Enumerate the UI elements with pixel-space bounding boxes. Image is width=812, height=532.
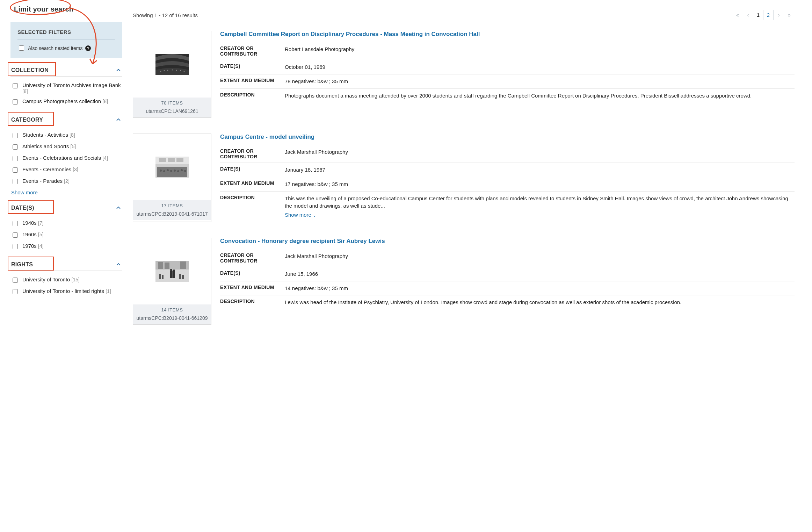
facet-item-count: [5] xyxy=(38,232,44,237)
result-title[interactable]: Campbell Committee Report on Disciplinar… xyxy=(220,31,795,38)
svg-point-14 xyxy=(160,170,162,172)
result-body: Campbell Committee Report on Disciplinar… xyxy=(220,31,795,118)
svg-rect-27 xyxy=(170,271,173,278)
facet-header[interactable]: RIGHTS xyxy=(10,259,122,271)
svg-point-20 xyxy=(181,169,183,171)
facet-checkbox[interactable] xyxy=(13,179,18,184)
thumbnail-item-count: 78 ITEMS xyxy=(135,100,209,106)
facet-item-label: Athletics and Sports [5] xyxy=(22,143,76,149)
svg-rect-32 xyxy=(162,275,164,279)
facet-checkbox[interactable] xyxy=(13,244,18,249)
facet-checkbox[interactable] xyxy=(13,167,18,173)
meta-label: EXTENT AND MEDIUM xyxy=(220,285,285,292)
meta-label: DATE(S) xyxy=(220,166,285,174)
result-body: Convocation - Honorary degree recipient … xyxy=(220,238,795,325)
facet-item[interactable]: University of Toronto - limited rights [… xyxy=(10,286,122,297)
meta-label: DESCRIPTION xyxy=(220,195,285,219)
meta-value: January 18, 1967 xyxy=(285,166,795,174)
result-title[interactable]: Campus Centre - model unveiling xyxy=(220,134,795,141)
svg-point-2 xyxy=(164,70,165,71)
facet-header[interactable]: DATE(S) xyxy=(10,202,122,214)
facet-item[interactable]: Events - Celebrations and Socials [4] xyxy=(10,153,122,164)
facet-checkbox[interactable] xyxy=(13,221,18,226)
meta-row: DESCRIPTIONLewis was head of the Institu… xyxy=(220,295,795,309)
facet-header[interactable]: CATEGORY xyxy=(10,114,122,126)
selected-filters-panel: SELECTED FILTERS Also search nested item… xyxy=(10,22,122,58)
facets-sidebar: Limit your search SELECTED FILTERS Also … xyxy=(10,0,122,340)
facet-item-label: 1940s [7] xyxy=(22,220,44,226)
facet-item-count: [7] xyxy=(38,220,44,226)
pager-first[interactable]: « xyxy=(732,10,743,20)
facet-item-count: [4] xyxy=(102,155,108,161)
facet-item[interactable]: 1940s [7] xyxy=(10,218,122,229)
thumbnail-item-count: 17 ITEMS xyxy=(135,203,209,208)
facet-checkbox[interactable] xyxy=(13,83,18,88)
pagination: « ‹ 12 › » xyxy=(732,10,795,20)
nested-items-row[interactable]: Also search nested items ? xyxy=(17,44,115,52)
thumbnail-item-count: 14 ITEMS xyxy=(135,307,209,312)
meta-value: Jack Marshall Photography xyxy=(285,252,795,264)
facet-checkbox[interactable] xyxy=(13,133,18,138)
svg-point-6 xyxy=(180,70,181,71)
meta-row: DATE(S)October 01, 1969 xyxy=(220,60,795,74)
facet-item[interactable]: Campus Photographers collection [8] xyxy=(10,96,122,108)
meta-label: CREATOR OR CONTRIBUTOR xyxy=(220,252,285,264)
svg-rect-11 xyxy=(168,158,175,162)
result-thumbnail[interactable]: 17 ITEMSutarmsCPC:B2019-0041-671017 xyxy=(133,134,211,222)
svg-rect-31 xyxy=(159,274,161,279)
pager-prev[interactable]: ‹ xyxy=(743,10,753,20)
facet-item[interactable]: Students - Activities [8] xyxy=(10,130,122,141)
facet-title: COLLECTION xyxy=(11,67,49,73)
svg-rect-25 xyxy=(165,263,169,269)
facet-item[interactable]: Events - Parades [2] xyxy=(10,176,122,187)
meta-label: EXTENT AND MEDIUM xyxy=(220,180,285,188)
facet-list: Students - Activities [8]Athletics and S… xyxy=(10,126,122,187)
thumbnail-image xyxy=(133,238,211,304)
facet-title: CATEGORY xyxy=(11,117,43,123)
description-show-more[interactable]: Show more⌄ xyxy=(285,211,795,219)
result-thumbnail[interactable]: 78 ITEMSutarmsCPC:LAN691261 xyxy=(133,31,211,118)
svg-rect-12 xyxy=(176,158,183,162)
result-thumbnail[interactable]: 14 ITEMSutarmsCPC:B2019-0041-661209 xyxy=(133,238,211,325)
pager-last[interactable]: » xyxy=(784,10,795,20)
thumbnail-meta: 78 ITEMSutarmsCPC:LAN691261 xyxy=(133,98,211,117)
facet-item[interactable]: University of Toronto Archives Image Ban… xyxy=(10,80,122,96)
facet-item[interactable]: 1970s [4] xyxy=(10,241,122,252)
nested-items-checkbox[interactable] xyxy=(19,45,24,51)
facet-item-label: Events - Parades [2] xyxy=(22,178,70,184)
svg-rect-10 xyxy=(159,158,166,162)
facet-checkbox[interactable] xyxy=(13,232,18,238)
facet-item[interactable]: University of Toronto [15] xyxy=(10,274,122,286)
pager-page[interactable]: 2 xyxy=(763,10,774,20)
facet-item-count: [2] xyxy=(64,178,70,184)
meta-row: EXTENT AND MEDIUM14 negatives: b&w ; 35 … xyxy=(220,281,795,295)
meta-value: Photographs document a mass meeting atte… xyxy=(285,92,795,100)
svg-point-7 xyxy=(184,71,185,72)
facet-checkbox[interactable] xyxy=(13,99,18,105)
facet-item[interactable]: Athletics and Sports [5] xyxy=(10,141,122,153)
pager-page[interactable]: 1 xyxy=(753,10,763,20)
result-title[interactable]: Convocation - Honorary degree recipient … xyxy=(220,238,795,245)
facet-item[interactable]: Events - Ceremonies [3] xyxy=(10,164,122,176)
facet-item-count: [4] xyxy=(38,243,44,249)
facet-item-count: [8] xyxy=(102,99,108,104)
help-icon[interactable]: ? xyxy=(85,45,91,51)
result-body: Campus Centre - model unveilingCREATOR O… xyxy=(220,134,795,222)
meta-row: CREATOR OR CONTRIBUTORJack Marshall Phot… xyxy=(220,145,795,163)
facet-item-count: [8] xyxy=(22,88,28,94)
facet-checkbox[interactable] xyxy=(13,144,18,150)
meta-value: 78 negatives: b&w ; 35 mm xyxy=(285,78,795,85)
facet-header[interactable]: COLLECTION xyxy=(10,64,122,77)
thumbnail-image xyxy=(133,134,211,200)
facet-checkbox[interactable] xyxy=(13,156,18,161)
svg-point-5 xyxy=(176,70,177,71)
svg-point-29 xyxy=(170,269,172,271)
pager-next[interactable]: › xyxy=(774,10,784,20)
facet-checkbox[interactable] xyxy=(13,289,18,294)
facet-checkbox[interactable] xyxy=(13,278,18,283)
facet-show-more[interactable]: Show more xyxy=(11,189,38,195)
facet-item[interactable]: 1960s [5] xyxy=(10,229,122,241)
facet-title: DATE(S) xyxy=(11,205,34,211)
svg-point-17 xyxy=(170,170,172,172)
results-count: Showing 1 - 12 of 16 results xyxy=(133,12,198,18)
